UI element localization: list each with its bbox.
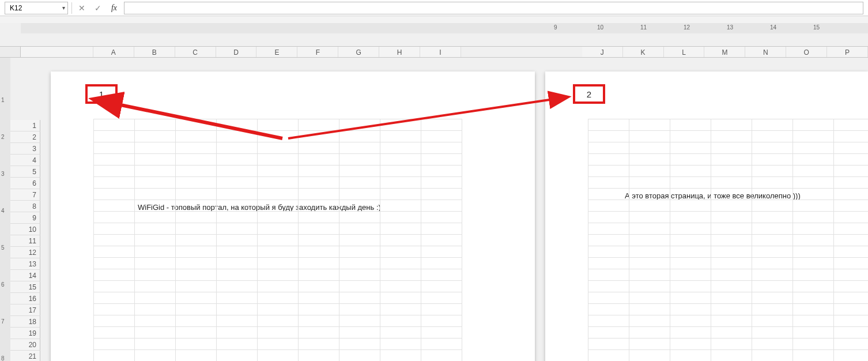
row-header[interactable]: 19 <box>10 328 40 339</box>
vruler-number: 2 <box>1 134 5 140</box>
page-2-number: 2 <box>587 89 591 99</box>
workspace: 9 10 11 12 13 14 15 A B C D E F G H I J … <box>0 23 868 361</box>
row-header[interactable]: 20 <box>10 339 40 351</box>
column-header[interactable]: P <box>827 47 868 57</box>
row-header[interactable]: 11 <box>10 235 40 247</box>
column-header[interactable]: N <box>745 47 786 57</box>
row-header[interactable]: 12 <box>10 247 40 258</box>
column-header[interactable]: E <box>256 47 297 57</box>
column-header[interactable]: K <box>623 47 664 57</box>
row-headers: 123456789101112131415161718192021 <box>21 58 40 361</box>
column-header[interactable]: J <box>582 47 623 57</box>
page-2[interactable]: 2 А это вторая страница, и тоже все вели… <box>545 72 868 361</box>
column-header[interactable]: M <box>704 47 745 57</box>
row-header[interactable]: 3 <box>10 143 40 155</box>
ruler-number: 10 <box>597 24 603 31</box>
row-header[interactable]: 10 <box>10 224 40 235</box>
row-header[interactable]: 16 <box>10 293 40 304</box>
page-1-grid[interactable]: WiFiGid - топовый портал, на который я б… <box>93 119 535 361</box>
enter-button[interactable]: ✓ <box>92 2 104 14</box>
column-gap <box>461 47 582 57</box>
column-header[interactable]: F <box>297 47 338 57</box>
page-1-number-box: 1 <box>85 84 118 104</box>
row-header[interactable]: 1 <box>10 120 40 131</box>
row-header[interactable]: 8 <box>10 201 40 212</box>
chevron-down-icon: ▾ <box>62 5 65 11</box>
row-header[interactable]: 15 <box>10 281 40 293</box>
row-header[interactable]: 6 <box>10 178 40 189</box>
column-header[interactable]: D <box>216 47 257 57</box>
row-header[interactable]: 7 <box>10 189 40 201</box>
row-header[interactable]: 4 <box>10 155 40 166</box>
row-header[interactable]: 21 <box>10 351 40 361</box>
column-header[interactable]: H <box>379 47 420 57</box>
row-header[interactable]: 2 <box>10 131 40 143</box>
row-header[interactable]: 18 <box>10 316 40 328</box>
column-header[interactable]: O <box>786 47 827 57</box>
ruler-number: 9 <box>554 24 557 31</box>
ruler-number: 13 <box>727 24 733 31</box>
top-strip: 9 10 11 12 13 14 15 A B C D E F G H I J … <box>0 23 868 57</box>
col-spacer <box>21 47 93 57</box>
vruler-number: 4 <box>1 208 5 214</box>
column-header[interactable]: A <box>93 47 134 57</box>
page-1[interactable]: 1 WiFiGid - топовый портал, на который я… <box>51 72 535 361</box>
name-box[interactable]: K12 ▾ <box>5 2 68 14</box>
vruler-number: 5 <box>1 245 5 251</box>
formula-bar: K12 ▾ ✕ ✓ fx <box>0 0 868 16</box>
column-header[interactable]: C <box>175 47 216 57</box>
vertical-ruler[interactable]: 1 2 3 4 5 6 7 8 <box>0 58 10 361</box>
vruler-number: 7 <box>1 318 5 325</box>
ruler-number: 11 <box>640 24 647 31</box>
row-header[interactable]: 14 <box>10 270 40 281</box>
column-header[interactable]: L <box>664 47 705 57</box>
row-header[interactable]: 9 <box>10 212 40 224</box>
row-header[interactable]: 17 <box>10 304 40 316</box>
ruler-number: 14 <box>770 24 776 31</box>
column-headers: A B C D E F G H I J K L M N O P <box>21 46 868 58</box>
column-header[interactable]: B <box>134 47 175 57</box>
insert-function-button[interactable]: fx <box>108 2 120 14</box>
vruler-number: 8 <box>1 355 5 361</box>
cancel-button[interactable]: ✕ <box>76 2 88 14</box>
column-header[interactable]: G <box>338 47 379 57</box>
page-1-number: 1 <box>99 89 104 99</box>
vruler-number: 3 <box>1 171 5 177</box>
ruler-number: 15 <box>813 24 820 31</box>
row-header[interactable]: 13 <box>10 258 40 270</box>
ruler-number: 12 <box>684 24 690 31</box>
formula-input[interactable] <box>124 2 863 14</box>
horizontal-ruler[interactable]: 9 10 11 12 13 14 15 <box>21 23 868 33</box>
divider <box>71 2 72 14</box>
vruler-number: 6 <box>1 281 5 288</box>
name-box-value: K12 <box>10 4 22 12</box>
column-header[interactable]: I <box>420 47 461 57</box>
select-all-corner[interactable] <box>0 46 21 58</box>
row-header[interactable]: 5 <box>10 166 40 178</box>
page-2-grid[interactable]: А это вторая страница, и тоже все велико… <box>588 119 868 361</box>
page-2-number-box: 2 <box>573 84 605 104</box>
vruler-number: 1 <box>1 97 5 103</box>
